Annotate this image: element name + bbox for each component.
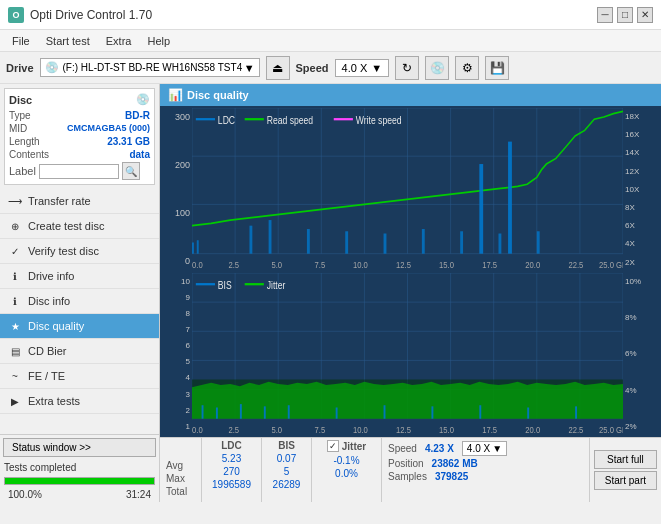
status-window-button[interactable]: Status window >>: [3, 438, 156, 457]
svg-rect-20: [307, 229, 310, 254]
stats-ldc-max: 270: [223, 465, 240, 478]
start-full-button[interactable]: Start full: [594, 450, 657, 469]
speed-selector[interactable]: 4.0 X ▼: [335, 59, 390, 77]
stats-avg-label: Avg: [166, 459, 195, 472]
stats-labels-col: Avg Max Total: [160, 438, 202, 502]
menu-start-test[interactable]: Start test: [38, 33, 98, 49]
samples-value: 379825: [435, 471, 468, 482]
progress-bar-fill: [5, 478, 154, 484]
jitter-checkbox[interactable]: ✓: [327, 440, 339, 452]
title-bar: O Opti Drive Control 1.70 ─ □ ✕: [0, 0, 661, 30]
bottom-chart-area: BIS Jitter 0.0 2.5 5.0 7.5 10.0 12.5 15.…: [192, 273, 623, 436]
svg-text:7.5: 7.5: [315, 260, 326, 271]
nav-extra-tests[interactable]: ▶ Extra tests: [0, 389, 159, 414]
svg-rect-28: [537, 231, 540, 253]
drive-label: Drive: [6, 62, 34, 74]
top-chart-y-axis-left: 300 200 100 0: [162, 108, 192, 271]
status-bar: Status window >> Tests completed 100.0% …: [0, 434, 159, 502]
nav-drive-info[interactable]: ℹ Drive info: [0, 264, 159, 289]
disc-label-row: Label 🔍: [9, 162, 150, 180]
nav-cd-bier-label: CD Bier: [28, 345, 67, 357]
svg-rect-66: [216, 407, 218, 418]
disc-button[interactable]: 💿: [425, 56, 449, 80]
menu-file[interactable]: File: [4, 33, 38, 49]
svg-rect-72: [431, 406, 433, 418]
transfer-rate-icon: ⟶: [8, 194, 22, 208]
nav-transfer-rate[interactable]: ⟶ Transfer rate: [0, 189, 159, 214]
disc-info-icon: ℹ: [8, 294, 22, 308]
progress-bar-container: [4, 477, 155, 485]
svg-text:BIS: BIS: [218, 280, 232, 291]
drive-selector[interactable]: 💿 (F:) HL-DT-ST BD-RE WH16NS58 TST4 ▼: [40, 58, 260, 77]
samples-label: Samples: [388, 471, 427, 482]
charts-container: 300 200 100 0: [160, 106, 661, 437]
content-area: 📊 Disc quality 300 200 100 0: [160, 84, 661, 502]
bottom-chart: 10 9 8 7 6 5 4 3 2 1: [162, 273, 659, 436]
stats-speed-pos-col: Speed 4.23 X 4.0 X ▼ Position 23862 MB S…: [382, 438, 590, 502]
nav-transfer-rate-label: Transfer rate: [28, 195, 91, 207]
nav-verify-test-disc[interactable]: ✓ Verify test disc: [0, 239, 159, 264]
nav-fe-te-label: FE / TE: [28, 370, 65, 382]
svg-text:12.5: 12.5: [396, 424, 411, 435]
speed-stat-select-value: 4.0 X: [467, 443, 490, 454]
nav-verify-test-disc-label: Verify test disc: [28, 245, 99, 257]
top-chart-y-axis-right: 18X 16X 14X 12X 10X 8X 6X 4X 2X: [623, 108, 659, 271]
eject-button[interactable]: ⏏: [266, 56, 290, 80]
start-part-button[interactable]: Start part: [594, 471, 657, 490]
app-icon: O: [8, 7, 24, 23]
stats-bar: Avg Max Total LDC 5.23 270 1996589 BIS 0…: [160, 437, 661, 502]
stats-bis-header: BIS: [278, 440, 295, 452]
status-completed-text: Tests completed: [0, 460, 159, 475]
speed-stat-selector[interactable]: 4.0 X ▼: [462, 441, 507, 456]
svg-text:LDC: LDC: [218, 115, 235, 126]
title-bar-left: O Opti Drive Control 1.70: [8, 7, 152, 23]
nav-disc-quality[interactable]: ★ Disc quality: [0, 314, 159, 339]
top-chart-area: LDC Read speed Write speed 0.0 2.5 5.0 7…: [192, 108, 623, 271]
speed-dropdown-icon: ▼: [371, 62, 382, 74]
nav-cd-bier[interactable]: ▤ CD Bier: [0, 339, 159, 364]
svg-rect-67: [240, 404, 242, 419]
close-button[interactable]: ✕: [637, 7, 653, 23]
disc-label-input[interactable]: [39, 164, 119, 179]
svg-text:2.5: 2.5: [228, 260, 239, 271]
svg-text:7.5: 7.5: [315, 424, 326, 435]
nav-disc-info[interactable]: ℹ Disc info: [0, 289, 159, 314]
svg-rect-17: [197, 240, 199, 253]
disc-label-button[interactable]: 🔍: [122, 162, 140, 180]
disc-panel: Disc 💿 Type BD-R MID CMCMAGBA5 (000) Len…: [4, 88, 155, 185]
drive-value: (F:) HL-DT-ST BD-RE WH16NS58 TST4: [63, 62, 243, 73]
svg-rect-70: [336, 407, 338, 418]
stats-ldc-avg: 5.23: [222, 452, 241, 465]
disc-panel-header: Disc 💿: [9, 93, 150, 106]
refresh-button[interactable]: ↻: [395, 56, 419, 80]
extra-tests-icon: ▶: [8, 394, 22, 408]
minimize-button[interactable]: ─: [597, 7, 613, 23]
settings-button[interactable]: ⚙: [455, 56, 479, 80]
svg-text:25.0 GB: 25.0 GB: [599, 260, 623, 271]
menu-help[interactable]: Help: [139, 33, 178, 49]
save-button[interactable]: 💾: [485, 56, 509, 80]
stats-ldc-col: LDC 5.23 270 1996589: [202, 438, 262, 502]
disc-contents-label: Contents: [9, 149, 49, 160]
nav-create-test-disc[interactable]: ⊕ Create test disc: [0, 214, 159, 239]
maximize-button[interactable]: □: [617, 7, 633, 23]
menu-extra[interactable]: Extra: [98, 33, 140, 49]
svg-rect-23: [422, 229, 425, 254]
status-time: 31:24: [122, 488, 155, 501]
disc-type-label: Type: [9, 110, 31, 121]
svg-rect-27: [508, 142, 512, 254]
progress-percent: 100.0%: [4, 488, 46, 501]
top-chart: 300 200 100 0: [162, 108, 659, 271]
main-layout: Disc 💿 Type BD-R MID CMCMAGBA5 (000) Len…: [0, 84, 661, 502]
nav-fe-te[interactable]: ~ FE / TE: [0, 364, 159, 389]
svg-rect-71: [384, 405, 386, 418]
speed-stat-select-icon: ▼: [492, 443, 502, 454]
chart-header-icon: 📊: [168, 88, 183, 102]
nav-items: ⟶ Transfer rate ⊕ Create test disc ✓ Ver…: [0, 189, 159, 434]
svg-text:22.5: 22.5: [568, 260, 583, 271]
speed-value: 4.0 X: [342, 62, 368, 74]
svg-text:15.0: 15.0: [439, 424, 454, 435]
nav-disc-info-label: Disc info: [28, 295, 70, 307]
stats-jitter-avg: -0.1%: [333, 454, 359, 467]
svg-rect-24: [460, 231, 463, 253]
